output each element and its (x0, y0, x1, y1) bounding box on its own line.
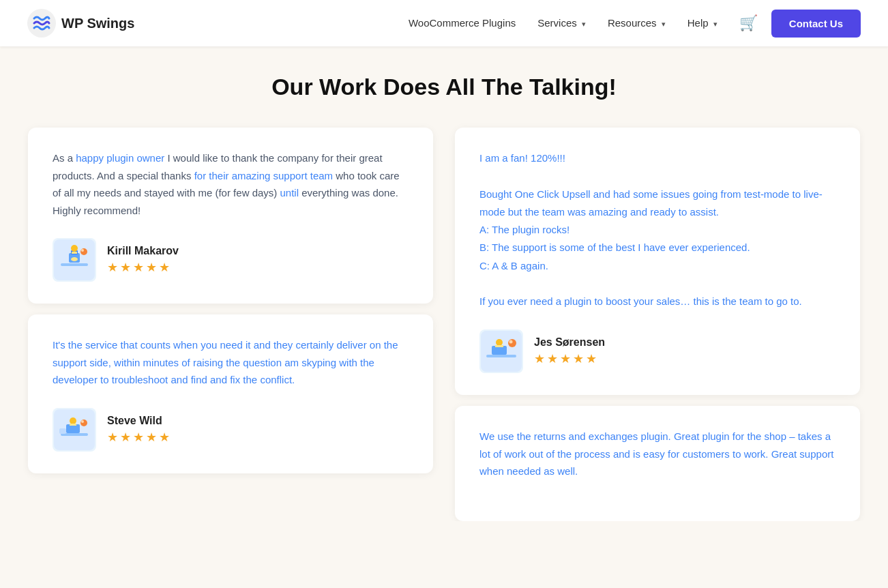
nav-right: 🛒 Contact Us (739, 10, 861, 38)
nav-links: WooCommerce Plugins Services ▾ Resources… (409, 17, 717, 29)
chevron-down-icon: ▾ (713, 20, 717, 28)
svg-rect-17 (59, 428, 66, 434)
right-reviewer-1: Jes Sørensen ★ ★ ★ ★ ★ (479, 329, 835, 373)
right-avatar-1 (479, 329, 523, 373)
svg-point-24 (509, 340, 513, 344)
cart-icon[interactable]: 🛒 (739, 14, 758, 32)
svg-point-23 (508, 339, 516, 347)
highlight: for their amazing support team (194, 170, 333, 181)
svg-rect-22 (495, 345, 503, 347)
page-title-section: Our Work Does All The Talking! (0, 46, 888, 107)
reviewer-info-1: Kirill Makarov ★ ★ ★ ★ ★ (107, 245, 179, 275)
nav-item-woocommerce[interactable]: WooCommerce Plugins (409, 17, 516, 29)
svg-point-15 (80, 420, 87, 426)
svg-point-13 (70, 417, 76, 424)
left-column: As a happy plugin owner I would like to … (28, 128, 444, 521)
stars-2: ★ ★ ★ ★ ★ (107, 430, 170, 445)
avatar-illustration-1 (54, 239, 95, 280)
svg-point-7 (71, 257, 78, 261)
chevron-down-icon: ▾ (662, 20, 666, 28)
svg-rect-6 (72, 252, 77, 254)
highlight: until (280, 187, 299, 199)
right-review-text-2: We use the returns and exchanges plugin.… (479, 428, 835, 480)
reviewer-2: Steve Wild ★ ★ ★ ★ ★ (53, 408, 409, 452)
highlight: It's the service that counts when you ne… (53, 339, 398, 385)
chevron-down-icon: ▾ (582, 20, 586, 28)
avatar-illustration-2 (54, 409, 95, 450)
nav-item-help[interactable]: Help ▾ (687, 17, 717, 29)
right-review-card-2: We use the returns and exchanges plugin.… (455, 406, 860, 521)
stars-1: ★ ★ ★ ★ ★ (107, 260, 179, 275)
logo-icon (27, 9, 56, 38)
svg-point-9 (81, 249, 84, 252)
svg-point-5 (71, 245, 78, 252)
svg-point-16 (81, 420, 84, 423)
reviews-area: As a happy plugin owner I would like to … (14, 128, 874, 521)
svg-rect-14 (70, 424, 76, 426)
reviewer-info-2: Steve Wild ★ ★ ★ ★ ★ (107, 415, 170, 445)
right-reviewer-name-1: Jes Sørensen (534, 336, 605, 349)
review-text-2: It's the service that counts when you ne… (53, 336, 409, 389)
page-title: Our Work Does All The Talking! (14, 74, 874, 100)
reviewer-name-1: Kirill Makarov (107, 245, 179, 257)
right-stars-1: ★ ★ ★ ★ ★ (534, 351, 605, 366)
right-review-card-1: I am a fan! 120%!!! Bought One Click Ups… (455, 128, 860, 395)
highlight: happy plugin owner (76, 152, 164, 164)
review-card-1: As a happy plugin owner I would like to … (28, 128, 433, 304)
right-review-text-1: I am a fan! 120%!!! Bought One Click Ups… (479, 149, 835, 310)
logo[interactable]: WP Swings (27, 9, 134, 38)
right-reviewer-info-1: Jes Sørensen ★ ★ ★ ★ ★ (534, 336, 605, 366)
svg-point-21 (496, 339, 503, 346)
nav-item-resources[interactable]: Resources ▾ (608, 17, 666, 29)
svg-rect-2 (61, 263, 88, 266)
svg-point-8 (80, 248, 87, 255)
right-avatar-illustration-1 (481, 331, 522, 372)
avatar-2 (53, 408, 96, 452)
navigation: WP Swings WooCommerce Plugins Services ▾… (0, 0, 888, 46)
contact-us-button[interactable]: Contact Us (771, 10, 861, 38)
svg-point-0 (27, 9, 56, 38)
svg-rect-19 (486, 355, 516, 357)
nav-item-services[interactable]: Services ▾ (537, 17, 586, 29)
avatar-1 (53, 238, 96, 282)
logo-text: WP Swings (61, 16, 134, 31)
reviewer-1: Kirill Makarov ★ ★ ★ ★ ★ (53, 238, 409, 282)
review-card-2: It's the service that counts when you ne… (28, 314, 433, 473)
reviewer-name-2: Steve Wild (107, 415, 170, 427)
right-column: I am a fan! 120%!!! Bought One Click Ups… (444, 128, 860, 521)
review-text-1: As a happy plugin owner I would like to … (53, 149, 409, 219)
